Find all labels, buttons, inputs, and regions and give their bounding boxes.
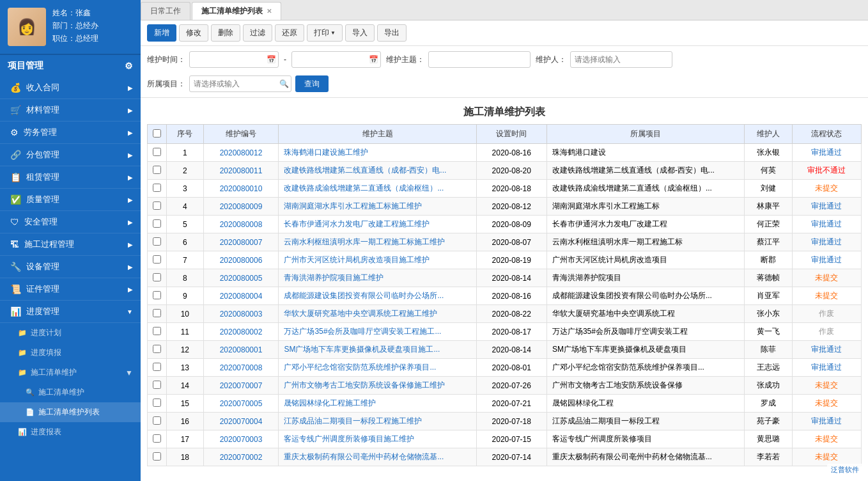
start-date-input[interactable]: [189, 51, 279, 68]
row-code[interactable]: 2020070002: [203, 448, 279, 466]
sidebar-item-progress[interactable]: 📊 进度管理 ▼: [0, 301, 141, 323]
row-topic[interactable]: 万达广场35#会所及咖啡厅空调安装工程施工...: [279, 323, 476, 341]
row-checkbox[interactable]: [153, 255, 161, 264]
sidebar-item-quality[interactable]: ✅ 质量管理 ▶: [0, 189, 141, 211]
row-checkbox[interactable]: [153, 452, 161, 461]
calendar-icon[interactable]: 📅: [267, 55, 276, 64]
row-code[interactable]: 2020080001: [203, 341, 279, 359]
sidebar-item-construction-list[interactable]: 📄 施工清单维护列表: [0, 402, 141, 422]
row-code[interactable]: 2020070003: [203, 430, 279, 448]
gear-icon[interactable]: ⚙: [125, 61, 133, 71]
sidebar-item-rental[interactable]: 📋 租赁管理 ▶: [0, 166, 141, 189]
row-checkbox[interactable]: [153, 416, 161, 425]
filter-button[interactable]: 过滤: [243, 24, 272, 42]
row-topic[interactable]: 改建铁路线增建第二线直通线（成都-西安）电...: [279, 162, 476, 180]
end-date-input[interactable]: [291, 51, 381, 68]
row-date: 2020-08-17: [476, 323, 546, 341]
project-search-icon[interactable]: 🔍: [279, 79, 289, 88]
sidebar-item-progress-report[interactable]: 📁 进度填报: [0, 343, 141, 363]
row-topic[interactable]: 云南水利枢纽滇明水库一期工程施工标施工维护: [279, 233, 476, 251]
row-topic[interactable]: 湖南洞庭湖水库引水工程施工标施工维护: [279, 198, 476, 216]
row-checkbox[interactable]: [153, 345, 161, 353]
row-checkbox[interactable]: [153, 166, 161, 174]
row-topic[interactable]: 广州市文物考古工地安防系统设备保修施工维护: [279, 377, 476, 395]
user-info: 姓名：张鑫 部门：总经办 职位：总经理: [52, 8, 98, 46]
sidebar-item-construction-maintenance-group[interactable]: 📁 施工清单维护 ▼: [0, 363, 141, 382]
row-checkbox[interactable]: [153, 201, 161, 210]
select-all-checkbox[interactable]: [153, 129, 161, 138]
row-code[interactable]: 2020070008: [203, 359, 279, 377]
sidebar-item-certificate[interactable]: 📜 证件管理 ▶: [0, 278, 141, 301]
sidebar-item-material[interactable]: 🛒 材料管理 ▶: [0, 99, 141, 122]
row-code[interactable]: 2020080008: [203, 216, 279, 233]
query-button[interactable]: 查询: [295, 75, 329, 92]
topic-input[interactable]: [428, 51, 531, 68]
row-topic[interactable]: SM广场地下车库更换摄像机及硬盘项目施工...: [279, 341, 476, 359]
row-topic[interactable]: 江苏成品油二期项目一标段工程施工维护: [279, 413, 476, 430]
row-code[interactable]: 2020080005: [203, 269, 279, 287]
row-code[interactable]: 2020080011: [203, 162, 279, 180]
row-checkbox[interactable]: [153, 219, 161, 228]
sidebar-item-income[interactable]: 💰 收入合同 ▶: [0, 77, 141, 99]
edit-button[interactable]: 修改: [179, 24, 208, 42]
row-checkbox[interactable]: [153, 327, 161, 335]
row-code[interactable]: 2020080007: [203, 233, 279, 251]
row-code[interactable]: 2020080002: [203, 323, 279, 341]
row-topic[interactable]: 珠海鹤港口建设施工维护: [279, 144, 476, 162]
row-checkbox[interactable]: [153, 291, 161, 299]
project-input[interactable]: [189, 75, 291, 92]
row-code[interactable]: 2020080003: [203, 305, 279, 323]
row-checkbox[interactable]: [153, 434, 161, 443]
row-topic[interactable]: 青海洪湖养护院项目施工维护: [279, 269, 476, 287]
row-topic[interactable]: 重庆太极制药有限公司亳州中药材仓储物流基...: [279, 448, 476, 466]
maintainer-input[interactable]: [570, 51, 672, 68]
row-checkbox[interactable]: [153, 237, 161, 246]
sidebar-item-construction-process[interactable]: 🏗 施工过程管理 ▶: [0, 233, 141, 256]
row-code[interactable]: 2020070004: [203, 413, 279, 430]
close-icon[interactable]: ✕: [267, 8, 272, 15]
export-button[interactable]: 导出: [377, 24, 407, 42]
sidebar-item-equipment[interactable]: 🔧 设备管理 ▶: [0, 256, 141, 278]
row-checkbox[interactable]: [153, 184, 161, 192]
row-checkbox[interactable]: [153, 363, 161, 371]
row-checkbox[interactable]: [153, 273, 161, 281]
row-topic[interactable]: 成都能源建设集团投资有限公司临时办公场所...: [279, 287, 476, 305]
table-row: 12 2020080001 SM广场地下车库更换摄像机及硬盘项目施工... 20…: [148, 341, 862, 359]
sidebar-item-subcontract[interactable]: 🔗 分包管理 ▶: [0, 144, 141, 166]
delete-button[interactable]: 删除: [211, 24, 240, 42]
row-code[interactable]: 2020080010: [203, 180, 279, 198]
row-code[interactable]: 2020080009: [203, 198, 279, 216]
row-code[interactable]: 2020070007: [203, 377, 279, 395]
add-button[interactable]: 新增: [147, 24, 176, 42]
sidebar-item-construction-maintenance[interactable]: 🔍 施工清单维护: [0, 382, 141, 402]
restore-button[interactable]: 还原: [275, 24, 304, 42]
row-checkbox[interactable]: [153, 398, 161, 407]
row-topic[interactable]: 华软大厦研究基地中央空调系统工程施工维护: [279, 305, 476, 323]
calendar-icon[interactable]: 📅: [369, 55, 378, 64]
row-code[interactable]: 2020080012: [203, 144, 279, 162]
print-button[interactable]: 打印 ▼: [307, 24, 343, 42]
sidebar-item-progress-plan[interactable]: 📁 进度计划: [0, 323, 141, 343]
row-topic[interactable]: 改建铁路成渝线增建第二直通线（成渝枢纽）...: [279, 180, 476, 198]
section-header[interactable]: 项目管理 ⚙: [0, 54, 141, 77]
row-topic[interactable]: 广邓小平纪念馆宿安防范系统维护保养项目...: [279, 359, 476, 377]
row-topic[interactable]: 晟铭园林绿化工程施工维护: [279, 395, 476, 413]
row-topic[interactable]: 长春市伊通河水力发电厂改建工程施工维护: [279, 216, 476, 233]
row-code[interactable]: 2020070005: [203, 395, 279, 413]
import-button[interactable]: 导入: [345, 24, 375, 42]
row-topic[interactable]: 广州市天河区统计局机房改造项目施工维护: [279, 251, 476, 269]
document-icon: 📄: [26, 408, 35, 416]
row-code[interactable]: 2020080006: [203, 251, 279, 269]
sidebar-item-labor[interactable]: ⚙ 劳务管理 ▶: [0, 122, 141, 144]
table-row: 7 2020080006 广州市天河区统计局机房改造项目施工维护 2020-08…: [148, 251, 862, 269]
row-code[interactable]: 2020080004: [203, 287, 279, 305]
tab-maintenance-list[interactable]: 施工清单维护列表 ✕: [192, 2, 281, 20]
row-checkbox[interactable]: [153, 148, 161, 156]
row-topic[interactable]: 客运专线广州调度所装修项目施工维护: [279, 430, 476, 448]
row-checkbox[interactable]: [153, 309, 161, 317]
row-checkbox[interactable]: [153, 381, 161, 389]
sidebar-item-safety[interactable]: 🛡 安全管理 ▶: [0, 211, 141, 233]
row-maintainer: 蒋德帧: [745, 269, 793, 287]
sidebar-item-progress-report-item[interactable]: 📊 进度报表: [0, 422, 141, 442]
tab-daily[interactable]: 日常工作: [141, 2, 190, 20]
